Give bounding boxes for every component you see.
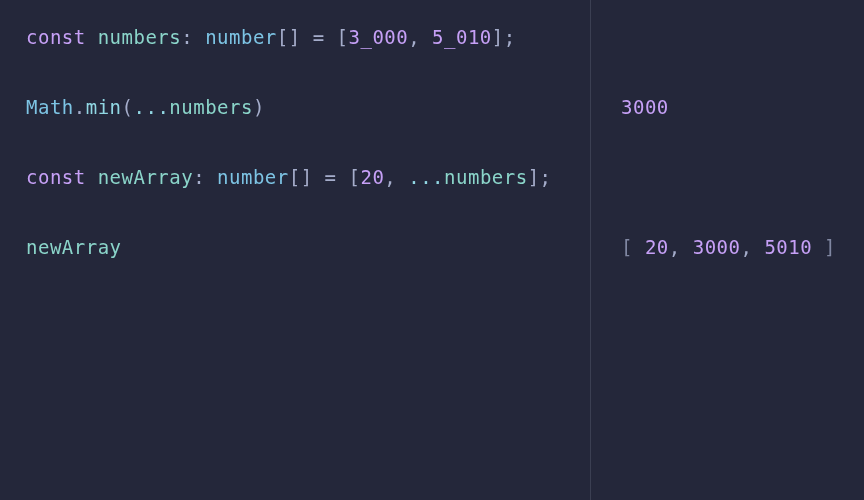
method-min: min <box>86 94 122 121</box>
output-value: 20 <box>645 234 669 261</box>
output-value: 3000 <box>693 234 741 261</box>
array-open: [ <box>337 24 349 51</box>
semicolon: ; <box>540 164 552 191</box>
keyword-const: const <box>26 24 86 51</box>
output-value: 5010 <box>764 234 812 261</box>
array-close: ] <box>492 24 504 51</box>
identifier-newarray: newArray <box>98 164 194 191</box>
identifier-numbers: numbers <box>98 24 182 51</box>
comma: , <box>384 164 396 191</box>
equals: = <box>313 24 325 51</box>
code-line-3[interactable]: const newArray: number[] = [20, ...numbe… <box>26 164 590 190</box>
number-literal: 20 <box>360 164 384 191</box>
dot: . <box>74 94 86 121</box>
output-line-4: [ 20, 3000, 5010 ] <box>621 234 864 260</box>
identifier-newarray: newArray <box>26 234 122 261</box>
output-bracket-open: [ <box>621 234 633 261</box>
bracket-open: [ <box>277 24 289 51</box>
code-line-1[interactable]: const numbers: number[] = [3_000, 5_010]… <box>26 24 590 50</box>
semicolon: ; <box>504 24 516 51</box>
equals: = <box>325 164 337 191</box>
identifier-numbers: numbers <box>444 164 528 191</box>
output-line-3 <box>621 164 864 190</box>
colon: : <box>193 164 205 191</box>
array-open: [ <box>348 164 360 191</box>
output-comma: , <box>669 234 681 261</box>
bracket-open: [ <box>289 164 301 191</box>
bracket-close: ] <box>301 164 313 191</box>
colon: : <box>181 24 193 51</box>
code-line-4[interactable]: newArray <box>26 234 590 260</box>
spread-operator: ... <box>134 94 170 121</box>
identifier-numbers: numbers <box>169 94 253 121</box>
comma: , <box>408 24 420 51</box>
output-comma: , <box>740 234 752 261</box>
output-bracket-close: ] <box>824 234 836 261</box>
output-line-2: 3000 <box>621 94 864 120</box>
array-close: ] <box>528 164 540 191</box>
keyword-const: const <box>26 164 86 191</box>
paren-open: ( <box>122 94 134 121</box>
type-number: number <box>217 164 289 191</box>
paren-close: ) <box>253 94 265 121</box>
output-panel: 3000 [ 20, 3000, 5010 ] <box>590 0 864 500</box>
output-line-1 <box>621 24 864 50</box>
spread-operator: ... <box>408 164 444 191</box>
type-number: number <box>205 24 277 51</box>
code-line-2[interactable]: Math.min(...numbers) <box>26 94 590 120</box>
bracket-close: ] <box>289 24 301 51</box>
output-value: 3000 <box>621 94 669 121</box>
code-editor-panel[interactable]: const numbers: number[] = [3_000, 5_010]… <box>0 0 590 500</box>
number-literal: 5_010 <box>432 24 492 51</box>
global-math: Math <box>26 94 74 121</box>
number-literal: 3_000 <box>349 24 409 51</box>
